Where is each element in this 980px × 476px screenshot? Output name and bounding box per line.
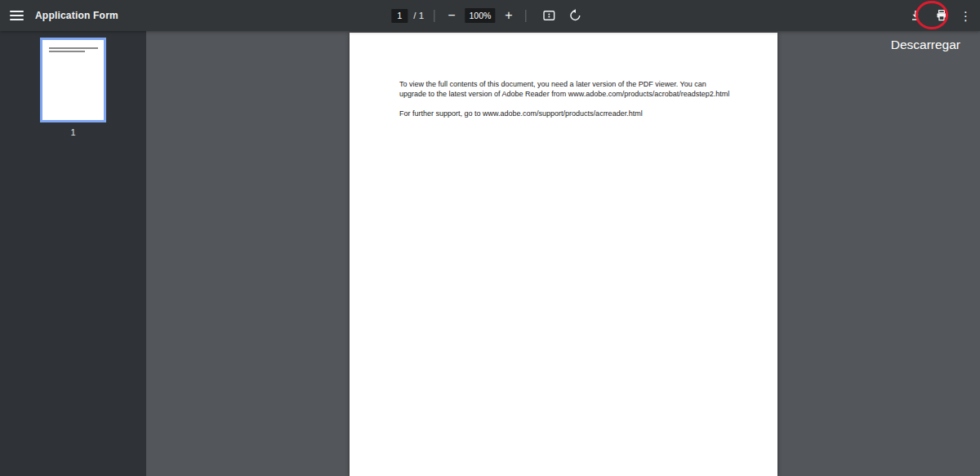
- toolbar-center-section: / 1 − 100% +: [391, 0, 588, 31]
- thumbnail-sidebar: 1: [0, 31, 146, 476]
- thumbnail-text-line: [49, 47, 98, 49]
- pdf-toolbar: Application Form / 1 − 100% +: [0, 0, 980, 31]
- thumbnail-text-line: [49, 51, 85, 52]
- print-icon: [935, 9, 948, 22]
- download-icon: [909, 9, 922, 22]
- download-tooltip: Descarregar: [891, 38, 960, 52]
- toolbar-divider: [434, 10, 434, 22]
- download-button[interactable]: [909, 9, 922, 22]
- pdf-viewer: Application Form / 1 − 100% +: [0, 0, 980, 476]
- thumbnail-page-number: 1: [40, 127, 106, 137]
- page-number-input[interactable]: [391, 9, 408, 23]
- menu-icon[interactable]: [10, 11, 24, 20]
- print-button[interactable]: [935, 9, 948, 22]
- pdf-paragraph: To view the full contents of this docume…: [399, 80, 730, 99]
- pdf-page: To view the full contents of this docume…: [350, 33, 777, 476]
- toolbar-left-section: Application Form: [0, 0, 118, 31]
- document-title: Application Form: [35, 10, 118, 21]
- rotate-button[interactable]: [569, 9, 582, 22]
- zoom-level-value: 100%: [465, 8, 495, 23]
- rotate-counterclockwise-icon: [569, 9, 582, 22]
- page-count-label: / 1: [413, 11, 424, 20]
- page-thumbnail-preview: [40, 38, 106, 122]
- zoom-out-button[interactable]: −: [444, 9, 458, 22]
- zoom-in-button[interactable]: +: [501, 9, 515, 22]
- fit-page-button[interactable]: [543, 9, 556, 22]
- page-thumbnail[interactable]: 1: [40, 38, 106, 137]
- toolbar-divider: [526, 10, 527, 22]
- toolbar-right-section: ⋮: [902, 0, 980, 31]
- more-options-button[interactable]: ⋮: [960, 10, 972, 22]
- pdf-content-area[interactable]: To view the full contents of this docume…: [146, 31, 980, 476]
- fit-page-icon: [543, 9, 556, 22]
- pdf-paragraph: For further support, go to www.adobe.com…: [399, 109, 730, 119]
- pdf-page-text: To view the full contents of this docume…: [399, 80, 730, 119]
